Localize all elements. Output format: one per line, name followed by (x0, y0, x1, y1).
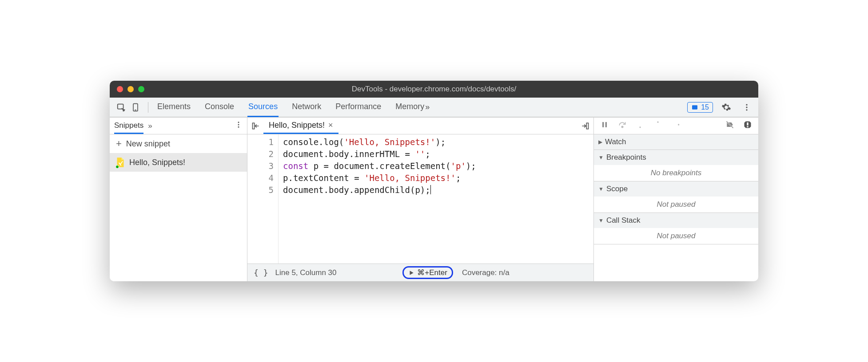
section-body: Not paused (594, 228, 758, 244)
new-snippet-button[interactable]: + New snippet (110, 134, 247, 153)
svg-point-4 (746, 104, 747, 105)
panel-tab-network[interactable]: Network (291, 98, 322, 117)
step-over-icon[interactable] (618, 120, 627, 131)
svg-point-5 (746, 106, 747, 108)
svg-rect-0 (118, 104, 123, 109)
step-out-icon[interactable] (653, 120, 662, 131)
panel-tab-sources[interactable]: Sources (247, 98, 279, 117)
triangle-down-icon: ▼ (598, 217, 604, 224)
divider (148, 102, 148, 113)
window-minimize-icon[interactable] (127, 86, 134, 92)
debugger-section-scope[interactable]: ▼Scope (594, 181, 758, 197)
devtools-topbar: ElementsConsoleSourcesNetworkPerformance… (110, 98, 758, 117)
pretty-print-icon[interactable]: { } (254, 268, 268, 277)
navigator-panel: Snippets » + New snippet Hello, Snippets… (110, 118, 247, 281)
run-shortcut-label: ⌘+Enter (417, 268, 447, 277)
editor-tab-title: Hello, Snippets! (269, 121, 325, 130)
editor-history-back-icon[interactable] (251, 121, 261, 131)
svg-rect-3 (692, 105, 697, 109)
navigator-more-icon[interactable]: » (148, 122, 152, 130)
svg-rect-20 (747, 122, 748, 126)
section-body: Not paused (594, 197, 758, 212)
snippets-tab[interactable]: Snippets (114, 118, 143, 134)
run-snippet-button[interactable]: ⌘+Enter (402, 266, 453, 279)
plus-icon: + (116, 138, 122, 150)
svg-point-9 (238, 126, 239, 128)
svg-point-14 (621, 126, 623, 127)
main-content-row: Snippets » + New snippet Hello, Snippets… (110, 117, 758, 281)
navigator-kebab-icon[interactable] (235, 121, 243, 131)
svg-rect-21 (747, 126, 748, 127)
panel-tab-performance[interactable]: Performance (334, 98, 382, 117)
device-toolbar-icon[interactable] (128, 100, 143, 114)
svg-rect-11 (586, 123, 588, 129)
editor-panel: Hello, Snippets! × 12345 console.log('He… (247, 118, 594, 281)
svg-point-6 (746, 109, 747, 110)
section-label: Breakpoints (606, 153, 646, 162)
editor-status-bar: { } Line 5, Column 30 ⌘+Enter Coverage: … (247, 264, 593, 281)
debugger-section-breakpoints[interactable]: ▼Breakpoints (594, 150, 758, 165)
svg-rect-13 (605, 122, 607, 127)
svg-point-7 (238, 122, 239, 123)
panel-tabs: ElementsConsoleSourcesNetworkPerformance… (156, 98, 425, 117)
triangle-down-icon: ▼ (598, 154, 604, 161)
svg-point-16 (657, 122, 658, 123)
svg-point-8 (238, 124, 239, 126)
window-title: DevTools - developer.chrome.com/docs/dev… (352, 85, 516, 94)
svg-point-15 (639, 126, 641, 128)
triangle-down-icon: ▼ (598, 186, 604, 192)
panel-tab-memory[interactable]: Memory (394, 98, 425, 117)
svg-rect-12 (602, 122, 604, 127)
issues-count: 15 (701, 103, 709, 111)
window-titlebar: DevTools - developer.chrome.com/docs/dev… (110, 81, 758, 98)
panel-tab-elements[interactable]: Elements (156, 98, 191, 117)
more-tabs-icon[interactable]: » (425, 102, 430, 112)
svg-rect-10 (253, 123, 255, 129)
settings-icon[interactable] (719, 100, 733, 114)
cursor-position: Line 5, Column 30 (275, 268, 337, 277)
window-zoom-icon[interactable] (138, 86, 144, 92)
pause-on-exceptions-icon[interactable] (743, 120, 752, 131)
devtools-window: DevTools - developer.chrome.com/docs/dev… (110, 81, 758, 281)
debugger-panel: ▶Watch▼BreakpointsNo breakpoints▼ScopeNo… (594, 118, 758, 281)
inspect-element-icon[interactable] (114, 100, 128, 114)
snippet-item-label: Hello, Snippets! (129, 158, 185, 167)
close-tab-icon[interactable]: × (328, 121, 333, 130)
section-label: Watch (605, 138, 626, 146)
issues-badge[interactable]: 15 (687, 102, 713, 113)
kebab-menu-icon[interactable] (740, 100, 754, 114)
section-body: No breakpoints (594, 165, 758, 181)
section-label: Call Stack (606, 216, 641, 225)
svg-point-17 (678, 124, 679, 125)
snippet-item[interactable]: Hello, Snippets! (110, 153, 247, 172)
window-close-icon[interactable] (117, 86, 123, 92)
step-icon[interactable] (671, 120, 680, 131)
step-into-icon[interactable] (636, 120, 645, 131)
debugger-section-watch[interactable]: ▶Watch (594, 134, 758, 150)
deactivate-breakpoints-icon[interactable] (725, 120, 734, 131)
triangle-right-icon: ▶ (598, 139, 602, 145)
editor-history-forward-icon[interactable] (580, 121, 590, 131)
editor-open-tab[interactable]: Hello, Snippets! × (263, 118, 338, 134)
section-label: Scope (606, 185, 628, 193)
debugger-section-call-stack[interactable]: ▼Call Stack (594, 213, 758, 228)
panel-tab-console[interactable]: Console (204, 98, 235, 117)
debugger-toolbar (594, 118, 758, 134)
code-editor[interactable]: 12345 console.log('Hello, Snippets!');do… (247, 134, 593, 264)
snippet-file-icon (116, 157, 125, 168)
new-snippet-label: New snippet (126, 139, 170, 149)
coverage-label: Coverage: n/a (462, 268, 510, 277)
pause-icon[interactable] (600, 120, 609, 131)
